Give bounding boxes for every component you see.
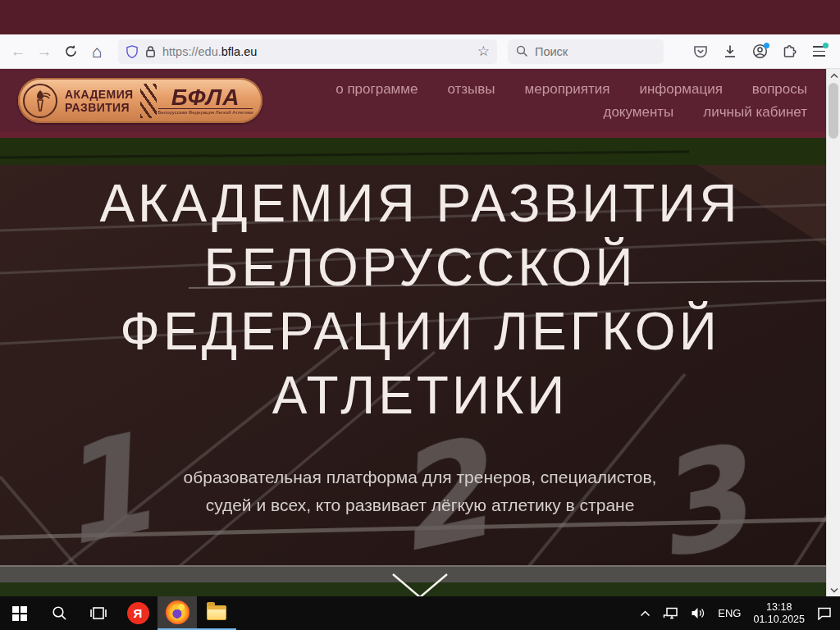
menu-button[interactable] [806,39,832,64]
nav-link-documents[interactable]: документы [603,104,673,121]
task-view-button[interactable] [79,596,118,630]
url-scheme: https://edu. [162,45,221,58]
nav-link-about[interactable]: о программе [336,81,418,98]
site-header: АКАДЕМИЯ РАЗВИТИЯ БФЛА Белорусская Федер… [0,69,840,132]
hero-subtitle-line-1: образовательная платформа для тренеров, … [0,463,840,491]
window-titlebar [0,0,840,34]
notification-icon [817,607,832,620]
hero-title: АКАДЕМИЯ РАЗВИТИЯ БЕЛОРУССКОЙ ФЕДЕРАЦИИ … [0,171,840,427]
nav-row-1: о программе отзывы мероприятия информаци… [336,81,807,98]
taskbar-search-icon [52,605,67,621]
extensions-button[interactable] [776,39,802,64]
logo-track-hatch [140,84,157,118]
pocket-icon [693,44,708,58]
bookmark-star-icon[interactable]: ☆ [477,43,490,60]
page-scrollbar[interactable] [826,69,840,596]
start-button[interactable] [0,596,39,630]
nav-link-account[interactable]: личный кабинет [703,104,807,121]
system-tray: ENG 13:18 01.10.2025 [640,596,840,630]
logo-subtext: Белорусская Федерация Легкой Атлетики [158,108,253,115]
chevron-up-icon [640,610,651,617]
hero-subtitle: образовательная платформа для тренеров, … [0,463,840,519]
task-view-icon [89,606,107,620]
extensions-puzzle-icon [782,44,797,59]
account-notification-dot [764,43,769,48]
volume-button[interactable] [691,607,705,619]
hero-section: 1 2 3 АКАДЕМИЯ РАЗВИТИЯ БЕЛОРУССКОЙ ФЕДЕ… [0,132,840,596]
hero-title-line-2: БЕЛОРУССКОЙ [0,235,840,299]
logo-line-1: АКАДЕМИЯ [65,88,134,101]
language-indicator[interactable]: ENG [718,607,741,619]
firefox-button[interactable] [158,596,197,630]
search-input[interactable] [535,45,633,58]
scrollbar-down-arrow[interactable] [827,583,840,596]
firefox-icon [166,600,189,624]
nav-link-reviews[interactable]: отзывы [447,81,495,98]
nav-link-questions[interactable]: вопросы [752,81,807,98]
url-text: https://edu.bfla.eu [162,45,257,58]
tracking-shield-icon[interactable] [126,44,139,59]
scroll-down-chevron-icon[interactable] [390,572,450,596]
file-explorer-icon [207,605,226,620]
windows-taskbar: Я ENG 13:18 01.10.2025 [0,596,840,630]
scrollbar-up-arrow[interactable] [827,69,840,82]
nav-link-events[interactable]: мероприятия [525,81,610,98]
search-bar[interactable] [508,39,664,64]
site-logo[interactable]: АКАДЕМИЯ РАЗВИТИЯ БФЛА Белорусская Федер… [18,78,262,123]
account-button[interactable] [746,39,773,64]
back-button[interactable]: ← [5,39,31,64]
url-bar[interactable]: https://edu.bfla.eu ☆ [118,39,497,64]
action-center-button[interactable] [817,607,832,620]
taskbar-search-button[interactable] [39,596,79,630]
nav-link-information[interactable]: информация [639,81,722,98]
download-icon [723,44,737,58]
pocket-button[interactable] [687,39,714,64]
nav-row-2: документы личный кабинет [603,104,807,121]
torch-emblem-icon [23,84,57,118]
hero-subtitle-line-2: судей и всех, кто развивает лёгкую атлет… [0,491,840,519]
logo-acronym: БФЛА [171,87,240,108]
file-explorer-button[interactable] [197,596,236,630]
windows-logo-icon [12,606,27,621]
downloads-button[interactable] [717,39,743,64]
speaker-icon [691,607,705,619]
network-status-button[interactable] [663,607,678,619]
logo-line-2: РАЗВИТИЯ [65,101,134,114]
search-icon [516,45,528,57]
main-navigation: о программе отзывы мероприятия информаци… [336,69,807,132]
hero-title-line-1: АКАДЕМИЯ РАЗВИТИЯ [0,171,840,235]
home-button[interactable]: ⌂ [84,39,110,64]
logo-bfla-block: БФЛА Белорусская Федерация Легкой Атлети… [158,87,253,115]
hero-title-line-4: АТЛЕТИКИ [0,363,840,427]
toolbar-right-icons [687,39,835,64]
reload-button[interactable] [57,39,84,64]
url-domain: bfla.eu [221,45,258,58]
taskbar-clock[interactable]: 13:18 01.10.2025 [753,601,805,626]
tray-show-hidden-icons-button[interactable] [640,610,651,617]
lock-icon[interactable] [145,45,156,58]
taskbar-date: 01.10.2025 [753,614,805,626]
menu-notification-dot [823,43,829,48]
yandex-browser-icon: Я [127,602,149,624]
taskbar-time: 13:18 [753,601,805,614]
yandex-browser-button[interactable]: Я [118,596,158,630]
browser-toolbar: ← → ⌂ https://edu.bfla.eu ☆ [0,34,840,69]
reload-icon [64,44,78,58]
scrollbar-thumb[interactable] [829,83,838,139]
hero-title-line-3: ФЕДЕРАЦИИ ЛЕГКОЙ [0,299,840,363]
network-icon [663,607,678,619]
forward-button[interactable]: → [31,39,57,64]
logo-wordmark: АКАДЕМИЯ РАЗВИТИЯ [65,88,134,114]
